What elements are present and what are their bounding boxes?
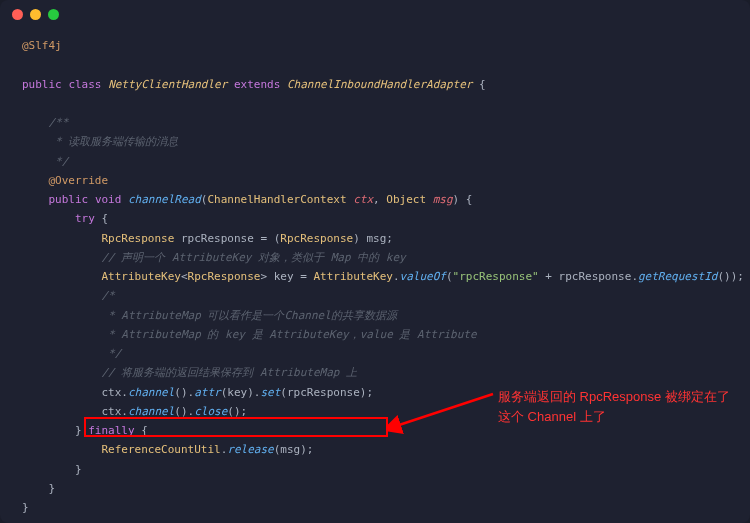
code-window: @Slf4j public class NettyClientHandler e… [0, 0, 750, 523]
window-titlebar [0, 0, 750, 28]
code-content: @Slf4j public class NettyClientHandler e… [0, 28, 750, 523]
slf4j-annotation: @Slf4j [22, 39, 62, 52]
maximize-button[interactable] [48, 9, 59, 20]
close-button[interactable] [12, 9, 23, 20]
minimize-button[interactable] [30, 9, 41, 20]
annotation-callout: 服务端返回的 RpcResponse 被绑定在了 这个 Channel 上了 [498, 387, 730, 426]
